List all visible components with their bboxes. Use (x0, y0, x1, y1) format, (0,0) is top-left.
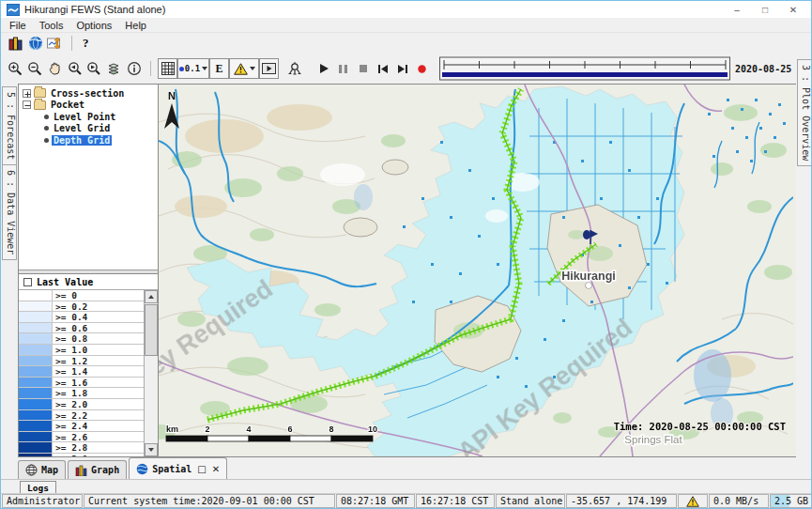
map-viewport[interactable]: API Key Required API Key Required Hikura… (159, 84, 796, 457)
status-local-time: 16:27:18 CST (416, 494, 495, 508)
svg-text:4: 4 (246, 424, 251, 434)
status-gmt-time: 08:27:18 GMT (336, 494, 415, 508)
map-toolbar: 0.1 E (1, 54, 811, 84)
tree-item-level-point[interactable]: Level Point (19, 111, 158, 123)
scroll-down-icon[interactable] (145, 443, 158, 456)
grid-toggle-button[interactable] (158, 58, 177, 79)
chevron-down-icon (202, 67, 207, 70)
database-icon[interactable] (6, 34, 25, 54)
legend-color-swatch (19, 312, 53, 322)
help-button[interactable]: ? (79, 36, 93, 51)
legend-row: >= 2.8 (19, 442, 144, 454)
tab-close-icon[interactable]: ✕ (210, 464, 220, 474)
menu-options[interactable]: Options (69, 20, 118, 31)
folder-icon (34, 100, 46, 110)
title-bar: Hikurangi FEWS (Stand alone) – □ ✕ (1, 1, 811, 18)
tree-item-cross-section[interactable]: Cross-section (19, 87, 158, 100)
tab-map[interactable]: Map (18, 460, 66, 479)
tab-data-viewer[interactable]: 6 : Data Viewer (2, 164, 17, 260)
bar-chart-icon (75, 465, 87, 476)
zoom-next-icon[interactable] (84, 59, 104, 79)
zoom-previous-icon[interactable] (65, 59, 84, 79)
contour-value-dropdown[interactable]: 0.1 (177, 58, 209, 79)
legend-panel: Last Value >= 0 >= 0.2 >= 0.4 >= 0.6 >= … (19, 273, 158, 456)
warning-dropdown-button[interactable] (229, 58, 259, 79)
application-window: Hikurangi FEWS (Stand alone) – □ ✕ File … (0, 0, 812, 509)
left-tab-strip: 5 : Forecast 6 : Data Viewer (1, 84, 18, 457)
town-symbol (586, 283, 591, 288)
menu-bar: File Tools Options Help (1, 18, 811, 33)
map-canvas[interactable]: API Key Required API Key Required Hikura… (159, 85, 793, 456)
tree-item-level-grid[interactable]: Level Grid (19, 123, 158, 135)
legend-color-swatch (19, 399, 53, 409)
tab-spatial[interactable]: Spatial □ ✕ (129, 457, 227, 479)
tree-item-pocket[interactable]: Pocket (19, 100, 158, 112)
info-icon[interactable] (124, 59, 144, 79)
tab-maximize-icon[interactable]: □ (195, 464, 206, 474)
maximize-button[interactable]: □ (751, 2, 779, 18)
fews-logo-icon (7, 4, 20, 16)
legend-list: >= 0 >= 0.2 >= 0.4 >= 0.6 >= 0.8 >= 1.0 … (19, 290, 144, 456)
legend-row: >= 0.8 (19, 333, 144, 345)
legend-toggle-button[interactable]: E (209, 58, 229, 79)
expand-plus-icon[interactable] (23, 89, 31, 98)
timeseries-icon[interactable] (45, 34, 65, 54)
warning-icon (234, 63, 248, 75)
menu-file[interactable]: File (3, 20, 33, 31)
status-memory: 2.5 GB (770, 494, 812, 508)
status-download-rate: 0.0 MB/s (709, 494, 769, 508)
time-slider[interactable] (439, 56, 730, 81)
svg-text:8: 8 (329, 424, 333, 434)
globe-icon[interactable] (25, 34, 45, 54)
step-end-button[interactable] (392, 59, 412, 79)
legend-color-swatch (19, 323, 53, 333)
status-bar: Administrator Current system time:2020-0… (1, 493, 812, 508)
legend-row: >= 2.6 (19, 432, 144, 443)
legend-row: >= 1.0 (19, 345, 144, 356)
pan-hand-icon[interactable] (45, 59, 65, 79)
status-coordinates: -35.657 , 174.199 (566, 494, 677, 508)
svg-text:N: N (168, 90, 176, 101)
minimize-button[interactable]: – (723, 2, 751, 18)
legend-button-label: E (215, 62, 222, 76)
town-label: Hikurangi (561, 270, 616, 283)
tab-forecast[interactable]: 5 : Forecast (2, 86, 17, 165)
legend-row: >= 2.2 (19, 410, 144, 422)
tab-plot-overview[interactable]: 3 : Plot Overview (797, 59, 812, 166)
record-button[interactable] (412, 59, 432, 79)
close-button[interactable]: ✕ (779, 2, 807, 18)
menu-help[interactable]: Help (118, 20, 153, 31)
movie-export-button[interactable] (259, 58, 279, 79)
svg-text:km: km (166, 424, 178, 434)
legend-row: >= 0.2 (19, 301, 144, 313)
scale-bar-segments (166, 436, 373, 441)
legend-scrollbar[interactable] (144, 290, 158, 456)
pause-button[interactable] (333, 59, 353, 79)
step-start-button[interactable] (373, 59, 392, 79)
scroll-up-icon[interactable] (145, 290, 158, 303)
collapse-minus-icon[interactable] (23, 100, 31, 109)
status-warning-cell[interactable] (678, 494, 708, 508)
legend-color-swatch (19, 388, 53, 398)
play-button[interactable] (314, 59, 333, 79)
layers-icon[interactable] (104, 59, 124, 79)
tab-graph[interactable]: Graph (68, 460, 127, 479)
zoom-out-icon[interactable] (25, 59, 45, 79)
zoom-in-icon[interactable] (6, 59, 25, 79)
legend-color-swatch (19, 378, 53, 388)
scrollbar-thumb[interactable] (145, 304, 158, 356)
profile-tool-icon[interactable] (284, 59, 304, 79)
contour-dot-icon (179, 67, 184, 71)
legend-row: >= 1.6 (19, 378, 144, 389)
menu-tools[interactable]: Tools (33, 20, 70, 31)
legend-color-swatch (19, 442, 53, 453)
legend-header: Last Value (19, 274, 158, 290)
tree-item-depth-grid[interactable]: Depth Grid (19, 134, 158, 147)
last-value-checkbox[interactable] (23, 278, 32, 286)
legend-row: >= 1.4 (19, 366, 144, 378)
legend-color-swatch (19, 345, 53, 355)
chevron-down-icon (250, 67, 255, 70)
legend-row: >= 0.4 (19, 312, 144, 323)
toolbar-separator (150, 61, 151, 76)
stop-button[interactable] (353, 59, 373, 79)
